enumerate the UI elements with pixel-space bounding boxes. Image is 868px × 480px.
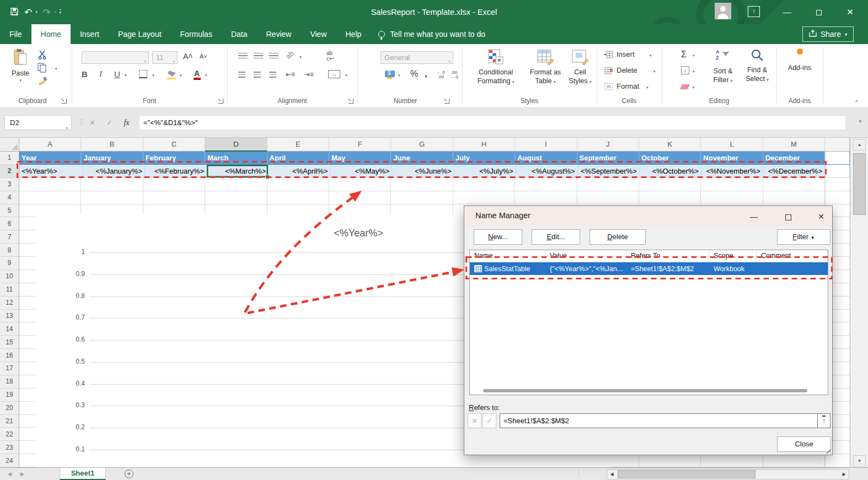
cell[interactable] <box>267 191 329 204</box>
format-as-table-button[interactable]: Format as Table ▾ <box>527 48 564 85</box>
cell[interactable] <box>701 178 763 191</box>
increase-font-size-icon[interactable]: A˄ <box>183 52 193 61</box>
insert-cells-label[interactable]: Insert <box>617 50 635 58</box>
tab-review[interactable]: Review <box>257 24 301 44</box>
scroll-left-icon[interactable]: ◀ <box>607 470 617 479</box>
column-header-A[interactable]: A <box>19 138 81 152</box>
row-number-12[interactable]: 12 <box>0 296 19 310</box>
cell[interactable]: <%October%> <box>640 165 701 178</box>
align-center-icon[interactable] <box>254 72 261 78</box>
cell[interactable] <box>577 191 639 204</box>
tab-data[interactable]: Data <box>222 24 257 44</box>
cell[interactable]: <%April%> <box>269 165 330 178</box>
insert-cells-icon[interactable] <box>604 51 613 60</box>
align-right-icon[interactable] <box>269 72 276 78</box>
column-header-F[interactable]: F <box>329 138 391 152</box>
row-number-5[interactable]: 5 <box>0 204 19 218</box>
cell[interactable]: Year <box>19 152 81 165</box>
cell[interactable] <box>329 191 391 204</box>
row-number-20[interactable]: 20 <box>0 402 19 415</box>
decrease-font-size-icon[interactable]: A˅ <box>200 53 207 60</box>
cell[interactable] <box>391 178 453 191</box>
borders-dropdown-icon[interactable]: ▾ <box>152 73 154 78</box>
orientation-dropdown-icon[interactable]: ▾ <box>299 55 302 60</box>
cut-icon[interactable] <box>37 50 47 61</box>
tab-home[interactable]: Home <box>31 24 71 44</box>
tab-view[interactable]: View <box>301 24 336 44</box>
horizontal-scrollbar[interactable]: ◀ ▶ <box>607 469 849 479</box>
column-header-E[interactable]: E <box>267 138 329 152</box>
cell[interactable]: <%Year%> <box>19 165 83 178</box>
cancel-formula-icon[interactable]: ✕ <box>84 115 101 130</box>
font-color-dropdown-icon[interactable]: ▾ <box>205 73 207 78</box>
row-number-16[interactable]: 16 <box>0 349 19 362</box>
cancel-refers-icon[interactable]: ✕ <box>468 413 481 428</box>
cell[interactable]: January <box>81 152 143 165</box>
autosum-dropdown-icon[interactable]: ▾ <box>693 53 695 58</box>
font-color-icon[interactable]: A <box>194 69 200 78</box>
new-name-button[interactable]: New... <box>474 229 522 245</box>
row-number-24[interactable]: 24 <box>0 454 19 467</box>
close-dialog-button[interactable]: Close <box>777 436 831 452</box>
align-top-icon[interactable] <box>238 53 248 60</box>
cell[interactable] <box>19 178 81 191</box>
scroll-right-icon[interactable]: ▶ <box>839 470 849 479</box>
horizontal-scrollbar-thumb[interactable] <box>618 470 756 478</box>
select-all-corner[interactable] <box>0 138 19 152</box>
copy-icon[interactable] <box>37 63 47 74</box>
cell[interactable]: <%May%> <box>330 165 392 178</box>
tab-file[interactable]: File <box>0 24 31 44</box>
align-left-icon[interactable] <box>238 72 245 78</box>
cell[interactable] <box>639 191 701 204</box>
cell[interactable] <box>515 191 577 204</box>
cell[interactable] <box>267 178 329 191</box>
formula-input[interactable]: ="<%"&D1&"%>" <box>139 115 846 130</box>
collapse-dialog-icon[interactable]: ↑ <box>817 413 831 428</box>
dialog-maximize-icon[interactable] <box>779 210 797 223</box>
insert-function-icon[interactable]: fx <box>118 115 135 130</box>
cell[interactable] <box>205 178 267 191</box>
close-button[interactable]: ✕ <box>837 0 863 24</box>
cell[interactable] <box>639 454 701 467</box>
customize-quick-access-icon[interactable]: ▾ <box>60 9 62 15</box>
find-select-button[interactable]: Find & Select ▾ <box>741 48 773 83</box>
column-header-H[interactable]: H <box>453 138 515 152</box>
insert-dropdown-icon[interactable]: ▾ <box>650 53 652 58</box>
cell[interactable] <box>143 178 205 191</box>
save-icon[interactable] <box>10 7 19 18</box>
column-header-G[interactable]: G <box>391 138 453 152</box>
delete-name-button[interactable]: Delete <box>590 229 646 245</box>
column-header-K[interactable]: K <box>639 138 701 152</box>
merge-center-dropdown-icon[interactable]: ▾ <box>345 73 347 78</box>
conditional-formatting-button[interactable]: ≠ Conditional Formatting ▾ <box>465 48 526 85</box>
row-number-11[interactable]: 11 <box>0 283 19 296</box>
row-number-9[interactable]: 9 <box>0 257 19 270</box>
align-middle-icon[interactable] <box>254 53 263 60</box>
collapse-ribbon-icon[interactable]: ˄ <box>855 99 858 104</box>
undo-icon[interactable]: ↶ <box>24 8 32 17</box>
cell[interactable] <box>453 178 515 191</box>
cell[interactable] <box>453 191 515 204</box>
accounting-dropdown-icon[interactable]: ▾ <box>398 73 400 78</box>
row-number-8[interactable]: 8 <box>0 244 19 257</box>
accounting-format-icon[interactable] <box>385 71 395 77</box>
format-dropdown-icon[interactable]: ▾ <box>646 85 649 90</box>
cell[interactable]: March <box>205 152 267 165</box>
column-header-J[interactable]: J <box>577 138 639 152</box>
delete-cells-icon[interactable] <box>604 67 613 76</box>
row-number-13[interactable]: 13 <box>0 310 19 323</box>
sheet-tab-sheet1[interactable]: Sheet1 <box>60 468 106 480</box>
cell[interactable]: October <box>639 152 701 165</box>
share-button[interactable]: Share ▾ <box>802 26 854 42</box>
cell[interactable] <box>81 191 143 204</box>
row-number-14[interactable]: 14 <box>0 322 19 336</box>
delete-cells-label[interactable]: Delete <box>617 66 637 74</box>
cell[interactable] <box>577 178 639 191</box>
row-number-22[interactable]: 22 <box>0 428 19 441</box>
underline-icon[interactable]: U <box>114 69 120 79</box>
minimize-button[interactable]: — <box>774 0 800 24</box>
clipboard-dialog-launcher-icon[interactable] <box>62 99 67 104</box>
tab-page-layout[interactable]: Page Layout <box>109 24 171 44</box>
fill-color-dropdown-icon[interactable]: ▾ <box>180 73 182 78</box>
nm-column-value[interactable]: Value <box>545 250 626 262</box>
